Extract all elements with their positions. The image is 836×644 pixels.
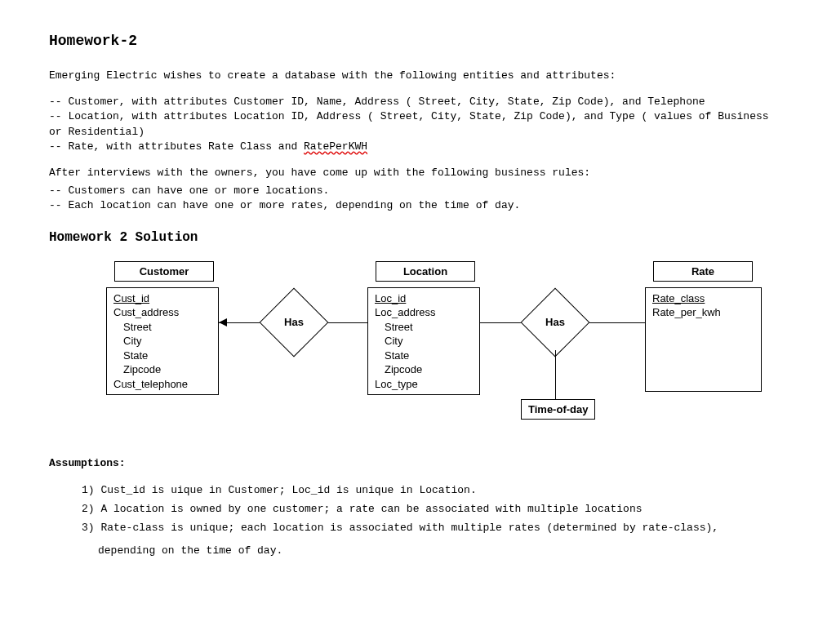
attr-loc-city: City xyxy=(375,334,473,349)
attr-city: City xyxy=(113,334,211,349)
assumption-3: 3) Rate-class is unique; each location i… xyxy=(82,518,787,537)
attribute-time-of-day: Time-of-day xyxy=(521,399,595,420)
relationship-has-2-label: Has xyxy=(531,298,580,347)
attr-loc-street: Street xyxy=(375,320,473,335)
rules-intro: After interviews with the owners, you ha… xyxy=(49,166,787,180)
relationship-has-1-label: Has xyxy=(269,298,318,347)
relationship-has-1: Has xyxy=(269,298,318,347)
attr-rate-class: Rate_class xyxy=(652,291,754,306)
assumption-2: 2) A location is owned by one customer; … xyxy=(82,500,787,518)
connector-line xyxy=(555,350,556,399)
attr-cust-telephone: Cust_telephone xyxy=(113,377,211,392)
spellcheck-squiggle: RatePerKWH xyxy=(304,140,367,153)
entity-bullets: -- Customer, with attributes Customer ID… xyxy=(49,95,787,154)
rule-1: -- Customers can have one or more locati… xyxy=(49,184,787,198)
assumptions-list: 1) Cust_id is uique in Customer; Loc_id … xyxy=(49,481,787,561)
attr-loc-zipcode: Zipcode xyxy=(375,362,473,377)
attr-zipcode: Zipcode xyxy=(113,362,211,377)
entity-location-title: Location xyxy=(376,261,475,282)
attr-cust-address: Cust_address xyxy=(113,305,211,320)
arrowhead-icon xyxy=(219,318,227,326)
rule-2: -- Each location can have one or more ra… xyxy=(49,198,787,213)
page-title: Homework-2 xyxy=(49,33,787,49)
intro-paragraph: Emerging Electric wishes to create a dat… xyxy=(49,69,787,83)
solution-title: Homework 2 Solution xyxy=(49,230,787,245)
attr-state: State xyxy=(113,349,211,363)
rules-list: -- Customers can have one or more locati… xyxy=(49,184,787,213)
attr-street: Street xyxy=(113,320,211,335)
entity-location-body: Loc_id Loc_address Street City State Zip… xyxy=(367,287,480,396)
bullet-rate: -- Rate, with attributes Rate Class and … xyxy=(49,140,787,154)
entity-customer-title: Customer xyxy=(114,261,214,282)
entity-customer-body: Cust_id Cust_address Street City State Z… xyxy=(106,287,219,396)
attr-loc-address: Loc_address xyxy=(375,305,473,320)
bullet-customer: -- Customer, with attributes Customer ID… xyxy=(49,95,787,109)
relationship-has-2: Has xyxy=(531,298,580,347)
attr-rate-per-kwh: Rate_per_kwh xyxy=(652,305,754,320)
bullet-location: -- Location, with attributes Location ID… xyxy=(49,109,787,139)
er-diagram: Customer Cust_id Cust_address Street Cit… xyxy=(65,261,787,449)
attr-cust-id: Cust_id xyxy=(113,291,211,306)
entity-rate-title: Rate xyxy=(653,261,753,282)
attr-loc-type: Loc_type xyxy=(375,377,473,392)
attr-loc-id: Loc_id xyxy=(375,291,473,306)
assumption-1: 1) Cust_id is uique in Customer; Loc_id … xyxy=(82,481,787,500)
assumptions-title: Assumptions: xyxy=(49,457,787,469)
entity-rate-body: Rate_class Rate_per_kwh xyxy=(645,287,762,392)
assumption-3-cont: depending on the time of day. xyxy=(82,541,787,560)
attr-loc-state: State xyxy=(375,349,473,363)
